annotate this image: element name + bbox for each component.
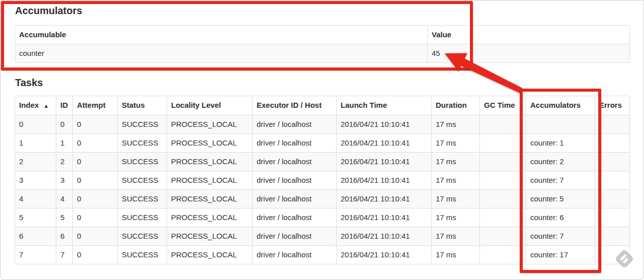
table-row: 1 1 0 SUCCESS PROCESS_LOCAL driver / loc… [15, 133, 629, 152]
accumulators-cell: counter: 2 [526, 152, 595, 171]
attempt-cell: 0 [72, 208, 117, 227]
gc-time-cell [479, 152, 526, 171]
duration-cell: 17 ms [431, 152, 479, 171]
id-cell: 7 [56, 245, 72, 264]
accumulators-cell: counter: 7 [526, 171, 595, 189]
gc-time-cell [479, 227, 526, 245]
locality-cell: PROCESS_LOCAL [167, 189, 252, 208]
status-cell: SUCCESS [117, 245, 167, 264]
id-cell: 3 [56, 171, 72, 189]
locality-cell: PROCESS_LOCAL [167, 152, 252, 171]
table-row: 0 0 0 SUCCESS PROCESS_LOCAL driver / loc… [15, 115, 629, 133]
column-header-value: Value [427, 26, 629, 44]
locality-cell: PROCESS_LOCAL [167, 133, 252, 152]
accumulator-row: counter 45 [15, 44, 629, 62]
errors-cell [595, 208, 629, 227]
duration-cell: 17 ms [431, 189, 479, 208]
launch-time-cell: 2016/04/21 10:10:41 [336, 189, 431, 208]
duration-cell: 17 ms [431, 245, 479, 264]
column-header-accumulable: Accumulable [15, 26, 427, 44]
accumulators-cell: counter: 5 [526, 189, 595, 208]
launch-time-cell: 2016/04/21 10:10:41 [336, 133, 431, 152]
status-cell: SUCCESS [117, 227, 167, 245]
column-header-status[interactable]: Status [117, 96, 167, 115]
status-cell: SUCCESS [117, 208, 167, 227]
attempt-cell: 0 [72, 245, 117, 264]
column-header-launch-time[interactable]: Launch Time [336, 96, 431, 115]
column-header-duration[interactable]: Duration [431, 96, 479, 115]
gc-time-cell [479, 133, 526, 152]
executor-cell: driver / localhost [252, 152, 336, 171]
errors-cell [595, 227, 629, 245]
attempt-cell: 0 [72, 152, 117, 171]
gc-time-cell [479, 208, 526, 227]
status-cell: SUCCESS [117, 171, 167, 189]
tasks-header-row: Index▲ ID Attempt Status Locality Level … [15, 96, 629, 115]
duration-cell: 17 ms [431, 227, 479, 245]
errors-cell [595, 189, 629, 208]
launch-time-cell: 2016/04/21 10:10:41 [336, 152, 431, 171]
column-header-attempt[interactable]: Attempt [72, 96, 117, 115]
index-cell: 6 [15, 227, 56, 245]
table-row: 2 2 0 SUCCESS PROCESS_LOCAL driver / loc… [15, 152, 629, 171]
accumulators-cell: counter: 6 [526, 208, 595, 227]
sort-asc-icon: ▲ [43, 103, 49, 109]
column-header-errors[interactable]: Errors [595, 96, 629, 115]
gc-time-cell [479, 171, 526, 189]
id-cell: 0 [56, 115, 72, 133]
id-cell: 4 [56, 189, 72, 208]
tasks-table: Index▲ ID Attempt Status Locality Level … [15, 96, 630, 264]
errors-cell [595, 133, 629, 152]
attempt-cell: 0 [72, 189, 117, 208]
locality-cell: PROCESS_LOCAL [167, 227, 252, 245]
index-cell: 4 [15, 189, 56, 208]
accumulators-section-title: Accumulators [15, 5, 82, 16]
executor-cell: driver / localhost [252, 115, 336, 133]
executor-cell: driver / localhost [252, 245, 336, 264]
accumulators-cell: counter: 1 [526, 133, 595, 152]
table-row: 4 4 0 SUCCESS PROCESS_LOCAL driver / loc… [15, 189, 629, 208]
column-header-index[interactable]: Index▲ [15, 96, 56, 115]
accumulators-header-row: Accumulable Value [15, 26, 629, 44]
launch-time-cell: 2016/04/21 10:10:41 [336, 227, 431, 245]
index-cell: 2 [15, 152, 56, 171]
launch-time-cell: 2016/04/21 10:10:41 [336, 115, 431, 133]
id-cell: 1 [56, 133, 72, 152]
column-header-executor[interactable]: Executor ID / Host [252, 96, 336, 115]
index-cell: 7 [15, 245, 56, 264]
accumulators-cell: counter: 7 [526, 227, 595, 245]
duration-cell: 17 ms [431, 133, 479, 152]
column-header-id[interactable]: ID [56, 96, 72, 115]
launch-time-cell: 2016/04/21 10:10:41 [336, 245, 431, 264]
executor-cell: driver / localhost [252, 171, 336, 189]
table-row: 5 5 0 SUCCESS PROCESS_LOCAL driver / loc… [15, 208, 629, 227]
column-header-gc-time[interactable]: GC Time [479, 96, 526, 115]
status-cell: SUCCESS [117, 152, 167, 171]
duration-cell: 17 ms [431, 115, 479, 133]
table-row: 3 3 0 SUCCESS PROCESS_LOCAL driver / loc… [15, 171, 629, 189]
errors-cell [595, 152, 629, 171]
accumulators-table: Accumulable Value counter 45 [15, 25, 630, 63]
accumulable-name-cell: counter [15, 44, 427, 62]
duration-cell: 17 ms [431, 171, 479, 189]
gc-time-cell [479, 245, 526, 264]
gc-time-cell [479, 115, 526, 133]
index-cell: 5 [15, 208, 56, 227]
status-cell: SUCCESS [117, 189, 167, 208]
table-row: 6 6 0 SUCCESS PROCESS_LOCAL driver / loc… [15, 227, 629, 245]
index-cell: 1 [15, 133, 56, 152]
id-cell: 5 [56, 208, 72, 227]
accumulable-value-cell: 45 [427, 44, 629, 62]
status-cell: SUCCESS [117, 115, 167, 133]
errors-cell [595, 171, 629, 189]
column-header-locality[interactable]: Locality Level [167, 96, 252, 115]
locality-cell: PROCESS_LOCAL [167, 208, 252, 227]
errors-cell [595, 115, 629, 133]
attempt-cell: 0 [72, 227, 117, 245]
duration-cell: 17 ms [431, 208, 479, 227]
executor-cell: driver / localhost [252, 189, 336, 208]
table-row: 7 7 0 SUCCESS PROCESS_LOCAL driver / loc… [15, 245, 629, 264]
status-cell: SUCCESS [117, 133, 167, 152]
executor-cell: driver / localhost [252, 227, 336, 245]
column-header-accumulators[interactable]: Accumulators [526, 96, 595, 115]
